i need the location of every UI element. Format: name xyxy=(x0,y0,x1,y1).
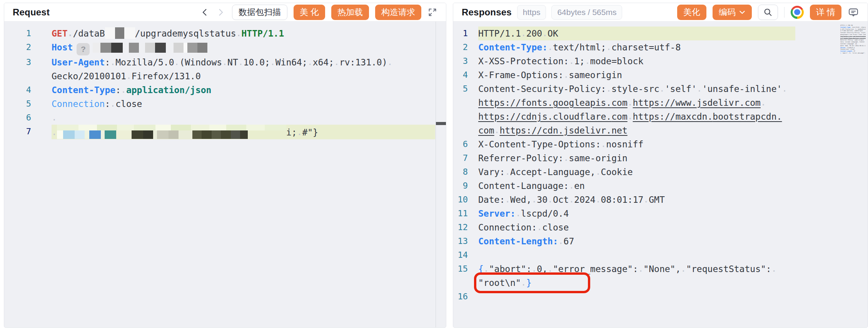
line-number: 3 xyxy=(453,54,468,68)
line-number: 13 xyxy=(453,234,468,248)
response-panel: Responses https 64bytes / 565ms 美化 编码 详 … xyxy=(453,3,868,328)
code-line[interactable]: GET /dataB/upgrademysqlstatus HTTP/1.1 xyxy=(52,27,435,40)
chevron-right-icon xyxy=(217,8,225,17)
line-number: 11 xyxy=(453,207,468,220)
code-line[interactable]: Content-Type: text/html; charset=utf-8 xyxy=(478,40,795,54)
code-line[interactable] xyxy=(52,111,435,125)
code-line[interactable]: Connection: close xyxy=(478,220,795,234)
code-line[interactable]: Server: lscpd/0.4 xyxy=(478,207,795,220)
line-number: 6 xyxy=(453,137,468,151)
line-number: 1 xyxy=(453,27,468,40)
request-editor-scroll-divider xyxy=(436,22,436,327)
line-number: 7 xyxy=(453,151,468,165)
next-packet-button[interactable] xyxy=(216,7,226,17)
response-panel-title: Responses xyxy=(462,7,512,18)
line-number: 12 xyxy=(453,220,468,234)
chrome-browser-icon[interactable] xyxy=(791,6,804,19)
fullscreen-icon[interactable] xyxy=(427,7,437,17)
line-number: 2 xyxy=(4,40,31,55)
prev-packet-button[interactable] xyxy=(200,7,210,17)
minimap[interactable]: HTTP/1.1 200 OKContent-Type: text/html; … xyxy=(840,25,866,74)
search-icon xyxy=(763,8,773,17)
line-number: 15 xyxy=(453,262,468,290)
code-line[interactable]: Referrer-Policy: same-origin xyxy=(478,151,795,165)
code-line[interactable]: { "abort": 0, "error_message": "None", "… xyxy=(478,262,795,290)
encode-label: 编码 xyxy=(719,7,736,18)
request-header: Request 数据包扫描 美 化 热加载 构造请求 xyxy=(4,3,446,22)
line-number: 3 xyxy=(4,55,31,83)
line-number: 4 xyxy=(453,68,468,82)
comment-icon[interactable] xyxy=(848,7,859,18)
chevron-down-icon xyxy=(739,9,746,16)
redacted-content xyxy=(93,43,207,53)
redacted-content xyxy=(57,125,286,139)
beautify-response-button[interactable]: 美化 xyxy=(677,5,706,20)
code-line[interactable] xyxy=(478,248,795,262)
code-line[interactable]: Connection: close xyxy=(52,97,435,111)
line-number: 8 xyxy=(453,165,468,179)
protocol-badge: https xyxy=(517,5,546,20)
code-line[interactable]: HTTP/1.1 200 OK xyxy=(478,27,795,40)
encode-dropdown-button[interactable]: 编码 xyxy=(713,5,752,20)
request-panel-title: Request xyxy=(13,7,50,18)
line-number: 4 xyxy=(4,83,31,97)
minimap-line: Content-Security-Policy: style-src 'self… xyxy=(840,32,866,37)
line-number: 7 xyxy=(4,125,31,139)
code-line[interactable]: X-Content-Type-Options: nosniff xyxy=(478,137,795,151)
line-number: 1 xyxy=(4,27,31,40)
code-line[interactable]: Content-Security-Policy: style-src 'self… xyxy=(478,82,795,137)
line-number: 2 xyxy=(453,40,468,54)
response-editor[interactable]: 1HTTP/1.1 200 OK2Content-Type: text/html… xyxy=(453,22,868,327)
build-request-button[interactable]: 构造请求 xyxy=(375,5,421,20)
code-line[interactable] xyxy=(478,290,795,304)
redacted-content xyxy=(105,27,135,39)
code-line[interactable]: User-Agent: Mozilla/5.0 (Windows NT 10.0… xyxy=(52,55,435,83)
response-header: Responses https 64bytes / 565ms 美化 编码 详 … xyxy=(453,3,868,22)
line-number: 14 xyxy=(453,248,468,262)
overview-ruler-mark xyxy=(436,122,446,125)
request-editor[interactable]: 1GET /dataB/upgrademysqlstatus HTTP/1.12… xyxy=(4,22,446,327)
toolbar-divider xyxy=(784,7,785,18)
code-line[interactable]: Date: Wed, 30 Oct 2024 08:01:17 GMT xyxy=(478,193,795,207)
hot-reload-button[interactable]: 热加载 xyxy=(331,5,369,20)
code-line[interactable]: Content-Length: 67 xyxy=(478,234,795,248)
minimap-line: { "abort": 0, "error_message": "None", "… xyxy=(840,52,866,54)
size-duration-badge: 64bytes / 565ms xyxy=(551,5,622,20)
host-hint-badge[interactable]: ? xyxy=(77,43,90,55)
packet-scan-button[interactable]: 数据包扫描 xyxy=(232,5,287,20)
code-line[interactable]: Content-Type: application/json xyxy=(52,83,435,97)
code-line[interactable]: X-Frame-Options: sameorigin xyxy=(478,68,795,82)
detail-button[interactable]: 详 情 xyxy=(810,5,841,20)
line-number: 16 xyxy=(453,290,468,304)
code-line[interactable]: Content-Language: en xyxy=(478,179,795,193)
line-number: 5 xyxy=(4,97,31,111)
line-number: 10 xyxy=(453,193,468,207)
code-line[interactable]: Host? xyxy=(52,40,435,55)
beautify-request-button[interactable]: 美 化 xyxy=(294,5,325,20)
chevron-left-icon xyxy=(200,8,209,17)
line-number: 9 xyxy=(453,179,468,193)
code-line[interactable]: i; #"} xyxy=(52,125,435,139)
line-number: 6 xyxy=(4,111,31,125)
request-panel: Request 数据包扫描 美 化 热加载 构造请求 1GET /dataB/ xyxy=(4,3,446,328)
search-button[interactable] xyxy=(758,5,778,20)
code-line[interactable]: Vary: Accept-Language, Cookie xyxy=(478,165,795,179)
line-number: 5 xyxy=(453,82,468,137)
code-line[interactable]: X-XSS-Protection: 1; mode=block xyxy=(478,54,795,68)
